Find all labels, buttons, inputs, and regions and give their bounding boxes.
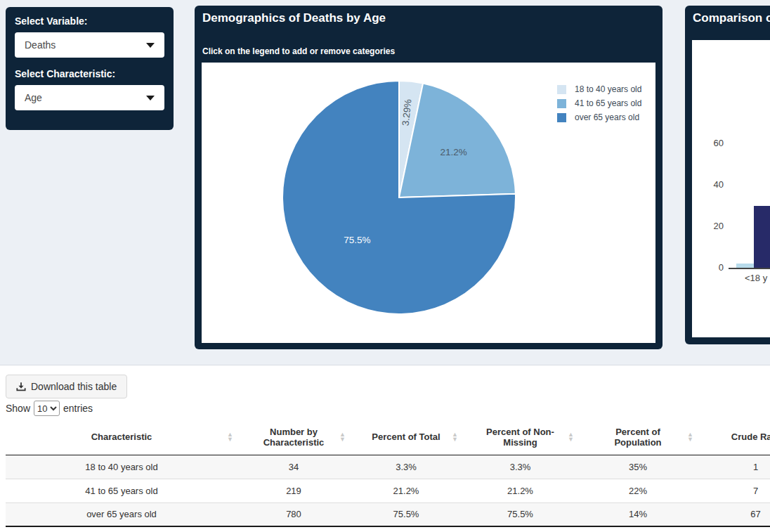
table-cell: 75.5% [462, 502, 578, 526]
pie-chart-panel: Demographics of Deaths by Age Click on t… [195, 6, 663, 349]
bar-series-dark [754, 206, 770, 268]
pie-panel-title: Demographics of Deaths by Age [202, 11, 386, 25]
table-cell: 21.2% [462, 479, 578, 502]
table-header-label: Percent of Population [614, 427, 661, 448]
pie-plot-area: 3.29%21.2%75.5% 18 to 40 years old41 to … [202, 63, 655, 343]
sort-arrows-icon: ▲▼ [339, 432, 346, 442]
sort-arrows-icon: ▲▼ [452, 432, 458, 442]
pie-panel-subtitle: Click on the legend to add or remove cat… [202, 46, 395, 56]
table-cell: over 65 years old [6, 502, 237, 526]
table-cell: 35% [578, 455, 698, 479]
table-cell: 67 [698, 502, 770, 526]
characteristics-table: Characteristic▲▼Number by Characteristic… [6, 420, 770, 527]
legend-item-label: 41 to 65 years old [575, 98, 641, 108]
table-cell: 7 [698, 479, 770, 502]
legend-swatch-icon [557, 113, 566, 122]
download-table-button[interactable]: Download this table [6, 375, 127, 398]
variable-select-value: Deaths [25, 39, 56, 51]
sidebar-controls: Select Variable: Deaths Select Character… [6, 7, 174, 130]
sort-arrows-icon: ▲▼ [687, 432, 693, 442]
table-sort-header-2[interactable]: Percent of Total▲▼ [350, 420, 462, 455]
table-header-row: Characteristic▲▼Number by Characteristic… [6, 420, 770, 455]
charts-section: Select Variable: Deaths Select Character… [0, 0, 770, 365]
chevron-down-icon [146, 43, 155, 48]
table-row: 41 to 65 years old21921.2%21.2%22%7 [6, 479, 770, 502]
download-button-label: Download this table [31, 381, 117, 392]
table-cell: 75.5% [350, 502, 462, 526]
table-sort-header-3[interactable]: Percent of Non-Missing▲▼ [462, 420, 578, 455]
bar-series-light [736, 264, 754, 268]
bar-ytick-20: 20 [692, 221, 724, 231]
table-section: Download this table Show 10 entries Char… [0, 365, 770, 532]
table-cell: 18 to 40 years old [6, 455, 237, 479]
table-sort-header-5[interactable]: Crude Rate▲▼ [698, 420, 770, 455]
table-header-label: Characteristic [91, 432, 152, 442]
table-header-label: Percent of Total [372, 432, 440, 442]
table-cell: 34 [237, 455, 350, 479]
table-cell: 780 [237, 502, 350, 526]
table-cell: 21.2% [350, 479, 462, 502]
table-sort-header-1[interactable]: Number by Characteristic▲▼ [237, 420, 350, 455]
legend-swatch-icon [557, 99, 566, 108]
legend-item-2[interactable]: over 65 years old [557, 112, 641, 122]
variable-select-label: Select Variable: [15, 15, 164, 27]
pie-slice-label-2: 75.5% [344, 235, 370, 245]
legend-item-0[interactable]: 18 to 40 years old [557, 84, 641, 94]
table-cell: 14% [578, 502, 698, 526]
characteristic-select-label: Select Characteristic: [15, 68, 164, 79]
table-sort-header-4[interactable]: Percent of Population▲▼ [578, 420, 698, 455]
table-cell: 1 [698, 455, 770, 479]
legend-item-label: over 65 years old [575, 112, 639, 122]
bar-x-axis [729, 268, 770, 269]
page-length-control: Show 10 entries [6, 401, 93, 416]
bar-panel-title: Comparison of [693, 11, 770, 25]
download-icon [16, 382, 26, 391]
bar-ytick-40: 40 [692, 179, 724, 190]
table-cell: 3.3% [350, 455, 462, 479]
dashboard-page: Select Variable: Deaths Select Character… [0, 0, 770, 532]
pie-svg [281, 79, 517, 316]
bar-plot-area: 0204060<18 y [692, 40, 770, 337]
table-cell: 22% [578, 479, 698, 502]
table-row: over 65 years old78075.5%75.5%14%67 [6, 502, 770, 526]
chevron-down-icon [146, 96, 155, 100]
table-header-label: Percent of Non-Missing [486, 427, 554, 448]
legend-item-label: 18 to 40 years old [575, 84, 641, 94]
bar-xtick-label: <18 y [745, 273, 767, 283]
pie-chart: 3.29%21.2%75.5% [281, 79, 517, 316]
table-header-label: Number by Characteristic [263, 427, 325, 448]
legend-swatch-icon [557, 85, 566, 94]
table-row: 18 to 40 years old343.3%3.3%35%1 [6, 455, 770, 479]
entries-select[interactable]: 10 [34, 401, 60, 416]
pie-slice-label-1: 21.2% [440, 146, 466, 157]
table-header-label: Crude Rate [731, 432, 770, 442]
pie-legend: 18 to 40 years old41 to 65 years oldover… [557, 84, 641, 126]
legend-item-1[interactable]: 41 to 65 years old [557, 98, 641, 108]
characteristic-select[interactable]: Age [15, 85, 164, 110]
variable-select[interactable]: Deaths [15, 32, 164, 58]
table-cell: 219 [237, 479, 350, 502]
table-cell: 41 to 65 years old [6, 479, 237, 502]
sort-arrows-icon: ▲▼ [227, 432, 233, 442]
bar-ytick-60: 60 [692, 138, 724, 148]
table-sort-header-0[interactable]: Characteristic▲▼ [6, 420, 237, 455]
table-cell: 3.3% [462, 455, 578, 479]
bar-ytick-0: 0 [692, 262, 724, 273]
show-label: Show [6, 403, 30, 414]
entries-label: entries [63, 403, 93, 414]
bar-chart-panel: Comparison of 0204060<18 y [685, 6, 770, 344]
sort-arrows-icon: ▲▼ [568, 432, 574, 442]
characteristic-select-value: Age [25, 92, 42, 103]
